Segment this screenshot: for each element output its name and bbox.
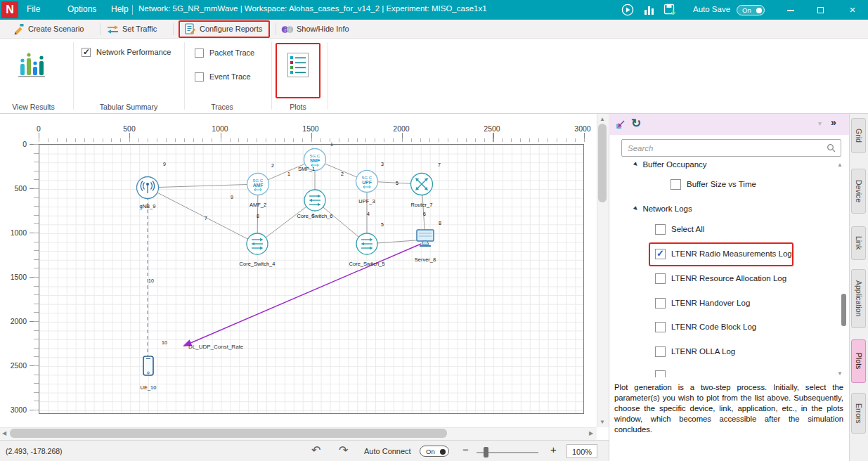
packet-trace-checkbox[interactable]: Packet Trace [195, 47, 254, 58]
tab-plots[interactable]: Plots [851, 339, 866, 383]
show-hide-info-button[interactable]: Show/Hide Info [297, 25, 349, 33]
group-label-plots: Plots [277, 103, 319, 111]
show-hide-info-icon: i i [281, 24, 294, 35]
port-number-label: 9 [227, 195, 237, 200]
configure-reports-button[interactable]: Configure Reports [200, 25, 262, 33]
device-core-switch-4[interactable] [245, 231, 270, 257]
zoom-slider-thumb[interactable] [484, 447, 488, 457]
dock-panel-icon[interactable] [616, 119, 627, 130]
divider [271, 42, 272, 110]
checkbox-ltenr-olla-log[interactable]: LTENR OLLA Log [655, 346, 735, 357]
checkbox-ltenr-handover-log[interactable]: LTENR Handover Log [655, 297, 750, 309]
expanded-icon [633, 161, 639, 167]
zoom-level-value: 100% [566, 444, 597, 458]
svg-text:5G C: 5G C [253, 178, 264, 183]
vertical-scroll-thumb[interactable] [598, 124, 607, 202]
toggle-knob [440, 449, 446, 455]
port-number-label: 8 [253, 214, 263, 219]
tree-scroll-thumb[interactable] [841, 294, 846, 326]
menu-help[interactable]: Help [111, 4, 129, 14]
dropdown-caret-icon[interactable] [818, 119, 822, 127]
ruler-x-ticks-minor [39, 138, 585, 142]
zoom-in-button[interactable]: + [550, 443, 557, 455]
checkbox-partial[interactable] [655, 370, 666, 377]
tab-link[interactable]: Link [851, 226, 866, 260]
view-metrics-icon[interactable] [644, 4, 655, 15]
view-results-icon[interactable] [18, 46, 46, 78]
plot-parameter-tree: Buffer Occupancy Buffer Size vs Time Net… [609, 160, 841, 377]
checkbox-buffer-size-vs-time[interactable]: Buffer Size vs Time [671, 178, 756, 190]
switch-icon [302, 188, 328, 213]
maximize-button[interactable] [808, 0, 832, 20]
toggle-knob [756, 8, 762, 13]
set-traffic-icon [107, 24, 119, 35]
device-label: Core_Switch_6 [273, 213, 357, 219]
svg-text:i: i [284, 27, 285, 33]
device-label: gNB_9 [105, 203, 190, 209]
horizontal-scroll-thumb[interactable] [10, 429, 447, 438]
checkbox-label: LTENR OLLA Log [671, 347, 735, 356]
auto-save-toggle[interactable]: On [737, 5, 765, 15]
menu-options[interactable]: Options [67, 4, 96, 14]
svg-text:UPF: UPF [362, 180, 372, 185]
status-bar: (2.493, -178.268) Auto Connect On − + 10… [0, 440, 609, 461]
ruler-y-label: 1000 [7, 228, 27, 237]
tree-section-buffer-occupancy[interactable]: Buffer Occupancy [634, 160, 707, 169]
tab-grid[interactable]: Grid [851, 118, 866, 153]
router-icon [409, 171, 434, 197]
search-input[interactable] [621, 139, 841, 157]
port-number-label: 2 [337, 171, 347, 177]
network-performance-checkbox[interactable]: Network Performance [82, 46, 171, 58]
menu-file[interactable]: File [27, 4, 40, 14]
minimize-button[interactable] [779, 0, 803, 20]
device-server-8[interactable] [413, 228, 438, 252]
undo-button[interactable] [311, 443, 320, 457]
checkbox-box [82, 48, 91, 57]
close-button[interactable]: × [841, 0, 864, 20]
canvas-grid[interactable] [39, 144, 584, 414]
expand-panel-icon[interactable]: » [831, 117, 836, 128]
checkbox-ltenr-resource-allocation-log[interactable]: LTENR Resource Allocation Log [655, 273, 786, 284]
device-gnb-9[interactable] [135, 175, 160, 200]
create-scenario-button[interactable]: Create Scenario [28, 25, 84, 33]
port-number-label: 6 [420, 212, 429, 217]
tab-device[interactable]: Device [851, 169, 866, 214]
scroll-down-button[interactable] [600, 419, 605, 426]
port-number-label: 7 [434, 162, 444, 168]
zoom-out-button[interactable]: − [462, 443, 469, 455]
device-core-switch-6[interactable] [302, 188, 328, 213]
ruler-y-label: 0 [7, 140, 27, 148]
save-icon[interactable] [663, 4, 677, 17]
device-core-switch-5[interactable] [354, 231, 380, 257]
checkbox-ltenr-radio-measurements-log[interactable]: LTENR Radio Measurements Log [655, 248, 792, 259]
device-ue-10[interactable] [140, 354, 157, 378]
tree-scroll-up-button[interactable] [837, 162, 843, 169]
panel-header: » [609, 114, 849, 135]
set-traffic-button[interactable]: Set Traffic [122, 25, 157, 33]
device-router-7[interactable] [409, 171, 434, 197]
checkbox-select-all[interactable]: Select All [655, 223, 704, 235]
auto-save-state: On [742, 6, 751, 14]
switch-icon [245, 231, 270, 257]
tree-scroll-down-button[interactable] [837, 370, 843, 377]
ruler-y-label: 3000 [7, 405, 27, 414]
tab-application[interactable]: Application [851, 269, 866, 328]
run-simulation-icon[interactable] [621, 4, 634, 16]
plots-icon[interactable] [287, 53, 309, 79]
refresh-icon[interactable] [631, 116, 641, 131]
checkbox-ltenr-code-block-log[interactable]: LTENR Code Block Log [655, 321, 756, 332]
device-upf-3[interactable]: 5G C UPF [354, 169, 380, 194]
netsim-logo-icon: N [1, 1, 18, 18]
group-label-view-results: View Results [4, 103, 63, 111]
device-amf-2[interactable]: 5G C AMF [245, 171, 271, 197]
tree-section-network-logs[interactable]: Network Logs [634, 203, 692, 214]
scroll-up-button[interactable] [600, 116, 605, 123]
port-number-label: 10 [146, 278, 156, 284]
scroll-left-button[interactable] [2, 430, 6, 437]
event-trace-checkbox[interactable]: Event Trace [195, 71, 251, 82]
scroll-right-button[interactable] [589, 430, 593, 437]
auto-connect-toggle[interactable]: On [420, 446, 449, 457]
redo-button[interactable] [339, 443, 348, 457]
tab-errors[interactable]: Errors [851, 393, 866, 434]
port-number-label: 8 [435, 221, 445, 226]
